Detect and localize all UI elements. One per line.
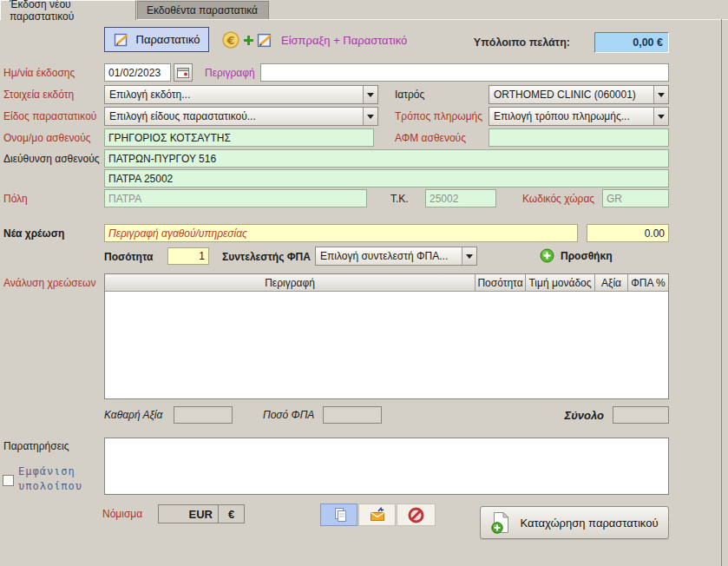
net-value-box (174, 406, 233, 424)
charge-amount-input[interactable] (587, 224, 669, 242)
doc-type-combobox-value: Επιλογή είδους παραστατικού... (105, 110, 363, 122)
calendar-icon (177, 67, 189, 78)
postal-code-label: Τ.Κ. (390, 193, 409, 205)
vat-amount-box (323, 406, 382, 424)
doc-type-combobox[interactable]: Επιλογή είδους παραστατικού... (104, 107, 378, 126)
show-balance-checkbox[interactable] (3, 475, 14, 486)
document-pencil-icon (114, 32, 130, 48)
add-plus-icon (540, 248, 554, 263)
plus-icon (243, 35, 254, 46)
calendar-button[interactable] (174, 63, 193, 82)
customer-balance-label: Υπόλοιπο πελάτη: (473, 36, 570, 49)
description-input[interactable] (260, 63, 669, 82)
patient-address-line1-input[interactable] (104, 149, 669, 168)
charges-table-header: Περιγραφή Ποσότητα Τιμή μονάδος Αξία ΦΠΑ… (105, 274, 668, 292)
column-header-vat-pct[interactable]: ΦΠΑ % (628, 274, 668, 291)
quantity-input[interactable] (167, 247, 209, 265)
currency-code-box: EUR (158, 504, 219, 523)
patient-vat-input[interactable] (489, 128, 669, 147)
net-value-label: Καθαρή Αξία (104, 409, 162, 421)
payment-method-combobox-value: Επιλογή τρόπου πληρωμής... (489, 110, 653, 122)
tab-new-document-label: Έκδοση νέου παραστατικού (10, 0, 127, 23)
patient-name-label: Ονομ/μο ασθενούς (3, 132, 91, 144)
charges-analysis-label: Ανάλυση χρεώσεων (3, 277, 95, 289)
city-input (104, 189, 367, 207)
issuer-label: Στοιχεία εκδότη (3, 89, 74, 101)
vat-rate-combobox[interactable]: Επιλογή συντελεστή ΦΠΑ... (315, 247, 477, 266)
document-pencil-icon (257, 32, 274, 49)
total-box (613, 406, 669, 424)
issue-date-input[interactable] (104, 63, 171, 82)
vat-rate-label: Συντελεστής ΦΠΑ (222, 251, 311, 263)
document-button[interactable]: Παραστατικό (104, 27, 209, 52)
charge-description-input[interactable] (104, 224, 578, 242)
doctor-label: Ιατρός (395, 89, 424, 101)
doc-type-label: Είδος παραστατικού (3, 110, 96, 122)
patient-address-line2-input[interactable] (104, 169, 669, 188)
chevron-down-icon (658, 115, 665, 119)
no-output-toggle-button[interactable] (397, 503, 436, 526)
tab-issued-documents-label: Εκδοθέντα παραστατικά (147, 4, 258, 16)
quantity-label: Ποσότητα (104, 251, 153, 263)
doctor-combobox-value: ORTHOMED CLINIC (060001) (489, 89, 653, 101)
payment-method-label: Τρόπος πληρωμής (395, 110, 482, 122)
document-add-icon (490, 511, 511, 535)
tab-issued-documents[interactable]: Εκδοθέντα παραστατικά (137, 1, 269, 19)
add-charge-label: Προσθήκη (561, 250, 612, 262)
doctor-combobox[interactable]: ORTHOMED CLINIC (060001) (489, 85, 669, 104)
postal-code-input (425, 189, 496, 207)
vat-rate-combobox-value: Επιλογή συντελεστή ΦΠΑ... (316, 250, 462, 262)
chevron-down-icon (367, 93, 374, 97)
customer-balance-value: 0,00 € (594, 32, 669, 53)
patient-vat-label: ΑΦΜ ασθενούς (395, 132, 466, 144)
invoice-issue-window: Έκδοση νέου παραστατικού Εκδοθέντα παρασ… (0, 0, 728, 566)
email-icon (369, 507, 386, 523)
column-header-quantity[interactable]: Ποσότητα (475, 274, 526, 291)
printer-icon (331, 507, 348, 523)
issue-date-label: Ημ/νία έκδοσης (3, 67, 75, 79)
prohibition-icon (408, 507, 424, 523)
patient-name-input[interactable] (104, 128, 374, 147)
total-label: Σύνολο (547, 409, 604, 422)
city-label: Πόλη (3, 193, 28, 205)
chevron-down-icon (658, 93, 665, 97)
euro-coin-icon: € (221, 30, 240, 49)
panel-right-border (721, 19, 722, 566)
receipt-plus-document-link[interactable]: € Είσπραξη + Παραστατικό (221, 29, 407, 51)
description-label: Περιγραφή (205, 67, 255, 79)
svg-text:€: € (226, 34, 234, 47)
country-code-input (602, 189, 669, 207)
submit-document-label: Καταχώρηση παραστατικού (520, 517, 658, 530)
issuer-combobox[interactable]: Επιλογή εκδότη... (104, 85, 378, 104)
document-button-label: Παραστατικό (136, 33, 200, 46)
currency-symbol-box: € (218, 504, 245, 523)
column-header-description[interactable]: Περιγραφή (105, 274, 475, 291)
tab-new-document[interactable]: Έκδοση νέου παραστατικού (0, 0, 136, 20)
issuer-combobox-value: Επιλογή εκδότη... (105, 89, 363, 101)
print-toggle-button[interactable] (320, 503, 357, 526)
new-charge-label: Νέα χρέωση (3, 227, 64, 240)
show-balance-label-line1: Εμφάνιση (18, 465, 75, 477)
notes-label: Παρατηρήσεις (3, 440, 69, 452)
column-header-value[interactable]: Αξία (595, 274, 628, 291)
chevron-down-icon (466, 254, 473, 259)
country-code-label: Κωδικός χώρας (522, 193, 594, 205)
receipt-plus-document-label: Είσπραξη + Παραστατικό (281, 34, 407, 47)
add-charge-button[interactable]: Προσθήκη (540, 248, 612, 263)
charges-table-body (105, 292, 668, 398)
chevron-down-icon (367, 115, 374, 119)
email-toggle-button[interactable] (358, 503, 396, 526)
column-header-unit-price[interactable]: Τιμή μονάδος (526, 274, 595, 291)
vat-amount-label: Ποσό ΦΠΑ (263, 409, 314, 421)
submit-document-button[interactable]: Καταχώρηση παραστατικού (480, 506, 669, 539)
patient-address-label: Διεύθυνση ασθενούς (3, 153, 100, 165)
show-balance-label-line2: υπολοίπου (18, 480, 82, 492)
charges-table: Περιγραφή Ποσότητα Τιμή μονάδος Αξία ΦΠΑ… (104, 273, 669, 399)
currency-label: Νόμισμα (102, 508, 142, 520)
payment-method-combobox[interactable]: Επιλογή τρόπου πληρωμής... (489, 107, 669, 126)
notes-textarea[interactable] (104, 438, 669, 495)
